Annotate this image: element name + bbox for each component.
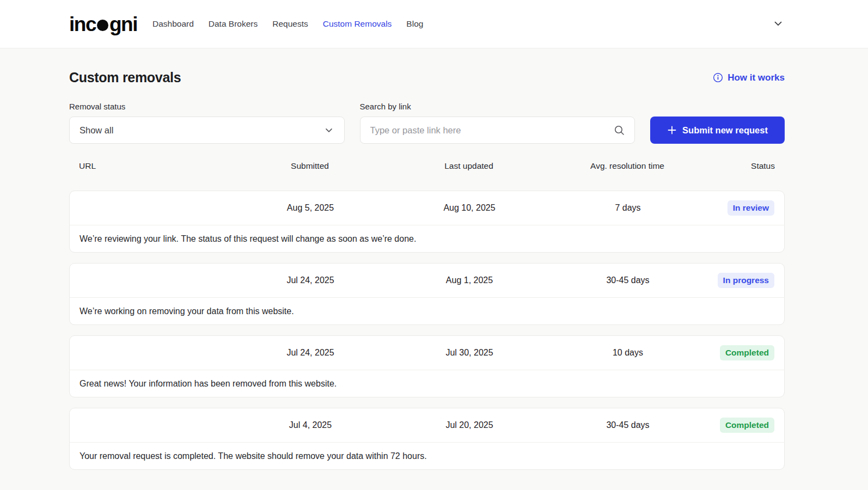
submitted-date: Aug 5, 2025: [232, 203, 389, 213]
search-field-wrapper: [360, 117, 635, 144]
removal-status-selected-value: Show all: [80, 125, 113, 136]
incogni-logo[interactable]: inc gni: [69, 14, 137, 34]
table-column-header: Submitted: [231, 161, 388, 171]
removal-status-filter: Removal status Show all: [69, 102, 345, 144]
nav-item[interactable]: Custom Removals: [323, 19, 392, 29]
nav-item[interactable]: Dashboard: [152, 19, 194, 29]
plus-icon: [667, 125, 677, 135]
submitted-date: Jul 24, 2025: [232, 275, 389, 285]
submitted-date: Jul 24, 2025: [232, 348, 389, 358]
removal-status-select[interactable]: Show all: [69, 117, 345, 144]
removal-request-card: Jul 24, 2025 Jul 30, 2025 10 days Comple…: [69, 335, 785, 397]
top-navigation-bar: inc gni DashboardData BrokersRequestsCus…: [0, 0, 868, 48]
last-updated-date: Aug 10, 2025: [389, 203, 550, 213]
info-circle-icon: [713, 72, 723, 83]
title-row: Custom removals How it works: [69, 70, 785, 85]
table-header-row: URLSubmittedLast updatedAvg. resolution …: [69, 161, 785, 171]
nav-item[interactable]: Blog: [406, 19, 423, 29]
how-it-works-label: How it works: [728, 72, 785, 83]
logo-o-circle-icon: [97, 20, 108, 31]
account-menu-button[interactable]: [770, 15, 786, 33]
status-message: We’re reviewing your link. The status of…: [70, 225, 784, 252]
logo-text-post: gni: [109, 14, 137, 34]
status-message: Great news! Your information has been re…: [70, 370, 784, 397]
avg-resolution-time: 30-45 days: [550, 420, 706, 430]
search-icon: [614, 125, 625, 136]
status-cell: In review: [706, 200, 774, 216]
status-message: Your removal request is completed. The w…: [70, 442, 784, 469]
submitted-date: Jul 4, 2025: [232, 420, 389, 430]
submit-new-request-button[interactable]: Submit new request: [650, 117, 785, 144]
removal-status-label: Removal status: [69, 102, 345, 111]
page-title: Custom removals: [69, 70, 181, 85]
last-updated-date: Jul 20, 2025: [389, 420, 550, 430]
status-cell: In progress: [706, 273, 774, 288]
removal-request-card: Jul 4, 2025 Jul 20, 2025 30-45 days Comp…: [69, 408, 785, 470]
status-badge: Completed: [720, 418, 774, 433]
avg-resolution-time: 7 days: [550, 203, 706, 213]
filters-row: Removal status Show all Search by link: [69, 102, 785, 144]
search-input[interactable]: [370, 125, 614, 136]
submit-wrap: Submit new request: [650, 102, 785, 144]
status-badge: Completed: [720, 345, 774, 360]
table-row: Jul 24, 2025 Jul 30, 2025 10 days Comple…: [70, 336, 784, 370]
table-column-header: Avg. resolution time: [549, 161, 705, 171]
search-by-link-group: Search by link: [360, 102, 635, 144]
status-message: We’re working on removing your data from…: [70, 297, 784, 324]
nav-item[interactable]: Data Brokers: [209, 19, 258, 29]
avg-resolution-time: 30-45 days: [550, 275, 706, 285]
main-nav: DashboardData BrokersRequestsCustom Remo…: [152, 19, 423, 29]
status-badge: In review: [728, 200, 774, 216]
custom-removals-page: Custom removals How it works Removal sta…: [0, 48, 868, 470]
last-updated-date: Jul 30, 2025: [389, 348, 550, 358]
table-column-header: Last updated: [388, 161, 549, 171]
status-cell: Completed: [706, 418, 774, 433]
table-row: Aug 5, 2025 Aug 10, 2025 7 days In revie…: [70, 191, 784, 225]
table-row: Jul 4, 2025 Jul 20, 2025 30-45 days Comp…: [70, 408, 784, 442]
chevron-down-icon: [323, 125, 334, 136]
table-column-header: URL: [79, 161, 231, 171]
last-updated-date: Aug 1, 2025: [389, 275, 550, 285]
removal-request-card: Aug 5, 2025 Aug 10, 2025 7 days In revie…: [69, 191, 785, 253]
how-it-works-link[interactable]: How it works: [713, 72, 785, 83]
removal-request-card: Jul 24, 2025 Aug 1, 2025 30-45 days In p…: [69, 263, 785, 325]
submit-new-request-label: Submit new request: [682, 125, 768, 136]
status-badge: In progress: [718, 273, 774, 288]
table-row: Jul 24, 2025 Aug 1, 2025 30-45 days In p…: [70, 264, 784, 297]
search-by-link-label: Search by link: [360, 102, 635, 111]
nav-item[interactable]: Requests: [272, 19, 308, 29]
logo-text-pre: inc: [69, 14, 96, 34]
table-column-header: Status: [705, 161, 775, 171]
status-cell: Completed: [706, 345, 774, 360]
chevron-down-icon: [772, 17, 784, 31]
removal-requests-list: Aug 5, 2025 Aug 10, 2025 7 days In revie…: [69, 191, 785, 470]
avg-resolution-time: 10 days: [550, 348, 706, 358]
